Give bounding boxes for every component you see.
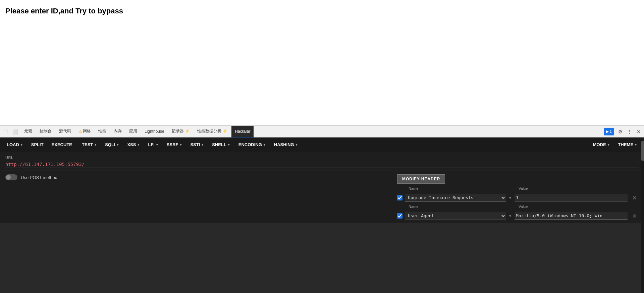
post-method-label: Use POST method <box>21 175 57 180</box>
header-col-labels-1: Name Value <box>397 186 639 190</box>
header-arrow-2: ▼ <box>508 214 512 218</box>
menu-icon: ⋮ <box>627 129 632 134</box>
mode-button[interactable]: MODE ▼ <box>589 140 614 149</box>
close-icon: ✕ <box>637 129 641 134</box>
tab-elements[interactable]: 元素 <box>21 126 36 137</box>
warning-icon: ⚠ <box>78 129 82 134</box>
execute-button[interactable]: EXECUTE <box>48 137 76 152</box>
value-col-label-2: Value <box>519 204 639 209</box>
ssti-dropdown-arrow: ▼ <box>201 143 204 146</box>
scrollbar <box>641 137 644 293</box>
main-content: Please enter ID,and Try to bypass <box>0 0 644 125</box>
load-dropdown-arrow: ▼ <box>20 143 23 146</box>
header-value-input-2[interactable] <box>515 212 628 220</box>
header-arrow-1: ▼ <box>508 196 512 200</box>
xss-dropdown-arrow: ▼ <box>137 143 140 146</box>
mode-theme-group: MODE ▼ THEME ▼ <box>589 140 641 149</box>
devtools-tabs-bar: ⬚ ⬜ 元素 控制台 源代码 ⚠网络 性能 内存 应用 Lighthouse <box>0 125 644 137</box>
tab-lighthouse[interactable]: Lighthouse <box>141 126 168 137</box>
header-name-select-2[interactable]: User-Agent <box>405 212 506 220</box>
tab-performance[interactable]: 性能 <box>95 126 110 137</box>
tab-hackbar[interactable]: HackBar <box>231 126 254 137</box>
settings-btn[interactable]: ⚙ <box>616 128 625 136</box>
hackbar-toolbar: LOAD ▼ SPLIT EXECUTE TEST ▼ SQLI ▼ XSS ▼… <box>0 137 644 152</box>
theme-dropdown-arrow: ▼ <box>634 143 637 146</box>
inspect-icon: ⬚ <box>3 129 8 134</box>
tab-sources[interactable]: 源代码 <box>56 126 74 137</box>
menu-btn[interactable]: ⋮ <box>625 128 634 136</box>
shell-dropdown-arrow: ▼ <box>227 143 230 146</box>
header-delete-btn-1[interactable]: ✕ <box>630 194 639 202</box>
tab-application[interactable]: 应用 <box>126 126 141 137</box>
sqli-dropdown-arrow: ▼ <box>116 143 119 146</box>
devtools-panel: ⬚ ⬜ 元素 控制台 源代码 ⚠网络 性能 内存 应用 Lighthouse <box>0 125 644 293</box>
load-button[interactable]: LOAD ▼ <box>3 137 27 152</box>
tab-console[interactable]: 控制台 <box>36 126 55 137</box>
test-dropdown-arrow: ▼ <box>94 143 97 146</box>
device-icon: ⬜ <box>12 129 18 134</box>
header-col-labels-2: Name Value <box>397 204 639 209</box>
header-row-1: Upgrade-Insecure-Requests ▼ ✕ <box>397 194 639 202</box>
test-button[interactable]: TEST ▼ <box>78 137 101 152</box>
header-checkbox-1[interactable] <box>397 195 402 200</box>
xss-button[interactable]: XSS ▼ <box>123 137 144 152</box>
scrollbar-thumb[interactable] <box>641 141 644 161</box>
name-col-label-2: Name <box>409 204 516 209</box>
lfi-dropdown-arrow: ▼ <box>156 143 159 146</box>
encoding-button[interactable]: ENCODING ▼ <box>234 137 270 152</box>
hashing-dropdown-arrow: ▼ <box>295 143 298 146</box>
devtools-tab-controls: ▶ 1 ⚙ ⋮ ✕ <box>604 128 643 136</box>
split-button[interactable]: SPLIT <box>27 137 48 152</box>
header-checkbox-2[interactable] <box>397 213 402 219</box>
ssrf-button[interactable]: SSRF ▼ <box>163 137 186 152</box>
console-badge-btn[interactable]: ▶ 1 <box>604 128 614 135</box>
header-value-input-1[interactable] <box>515 194 628 201</box>
separator-1 <box>77 141 77 148</box>
header-rows: Name Value Upgrade-Insecure-Requests ▼ ✕ <box>397 186 639 220</box>
lfi-button[interactable]: LFI ▼ <box>144 137 162 152</box>
options-section: Use POST method MODIFY HEADER Name Value… <box>0 171 644 223</box>
post-method-toggle: Use POST method <box>5 174 57 180</box>
mode-dropdown-arrow: ▼ <box>607 143 610 146</box>
url-input[interactable] <box>5 161 639 168</box>
value-col-label-1: Value <box>519 186 639 190</box>
encoding-dropdown-arrow: ▼ <box>263 143 266 146</box>
hashing-button[interactable]: HASHING ▼ <box>270 137 302 152</box>
shell-button[interactable]: SHELL ▼ <box>208 137 234 152</box>
settings-icon: ⚙ <box>618 129 623 134</box>
sqli-button[interactable]: SQLI ▼ <box>101 137 123 152</box>
page-instruction: Please enter ID,and Try to bypass <box>5 7 639 15</box>
tab-recorder[interactable]: 记录器 ⚡ <box>168 126 193 137</box>
url-label: URL <box>5 156 639 160</box>
tab-perf-insights[interactable]: 性能数据分析 ⚡ <box>194 126 231 137</box>
modify-header-section: MODIFY HEADER Name Value Upgrade-Insecur… <box>397 174 639 220</box>
tab-memory[interactable]: 内存 <box>110 126 125 137</box>
tab-network[interactable]: ⚠网络 <box>75 126 94 137</box>
ssti-button[interactable]: SSTI ▼ <box>186 137 208 152</box>
header-delete-btn-2[interactable]: ✕ <box>630 212 639 220</box>
post-method-switch[interactable] <box>5 174 17 180</box>
theme-button[interactable]: THEME ▼ <box>614 140 641 149</box>
name-col-label-1: Name <box>409 186 516 190</box>
ssrf-dropdown-arrow: ▼ <box>179 143 182 146</box>
header-name-select-1[interactable]: Upgrade-Insecure-Requests <box>405 194 506 202</box>
inspect-icon-btn[interactable]: ⬚ <box>1 126 10 137</box>
device-icon-btn[interactable]: ⬜ <box>10 126 20 137</box>
header-row-2: User-Agent ▼ ✕ <box>397 212 639 220</box>
close-btn[interactable]: ✕ <box>635 128 643 136</box>
modify-header-button[interactable]: MODIFY HEADER <box>397 174 445 184</box>
url-section: URL <box>0 152 644 171</box>
